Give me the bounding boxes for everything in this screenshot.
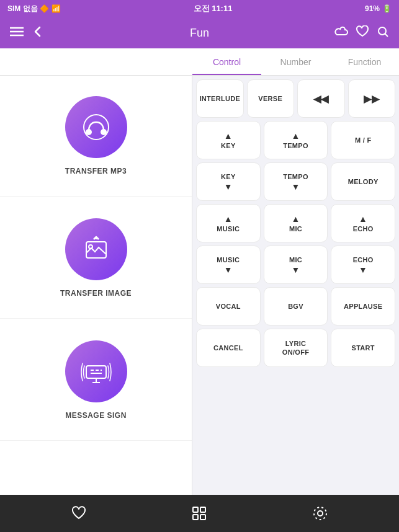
bottom-bar — [0, 495, 399, 532]
btn-start[interactable]: START — [331, 329, 395, 367]
image-label: TRANSFER IMAGE — [60, 289, 132, 298]
btn-tempo-up[interactable]: ▲ TEMPO — [264, 121, 328, 159]
control-row-2: ▲ KEY ▲ TEMPO M / F — [196, 121, 395, 159]
rewind-icon: ◀◀ — [313, 93, 329, 105]
control-row-3: KEY ▼ TEMPO ▼ MELODY — [196, 162, 395, 201]
device-card-sign[interactable]: MESSAGE SIGN — [0, 320, 192, 441]
mp3-icon-circle — [65, 96, 127, 158]
svg-rect-18 — [200, 507, 205, 512]
right-panel: INTERLUDE VERSE ◀◀ ▶▶ ▲ KEY ▲ TEMPO — [192, 76, 399, 495]
key-down-arrow: ▼ — [224, 182, 233, 191]
control-row-5: MUSIC ▼ MIC ▼ ECHO ▼ — [196, 246, 395, 284]
btn-key-up[interactable]: ▲ KEY — [196, 121, 261, 159]
status-time: 오전 11:11 — [194, 3, 233, 14]
carrier-label: SIM 없음 🔶 — [7, 4, 49, 14]
battery-icon: 🔋 — [382, 4, 392, 13]
btn-music-up[interactable]: ▲ MUSIC — [196, 204, 261, 242]
status-right: 91% 🔋 — [365, 4, 392, 13]
btn-cancel[interactable]: CANCEL — [196, 329, 261, 367]
btn-melody[interactable]: MELODY — [331, 162, 395, 201]
btn-mic-down[interactable]: MIC ▼ — [264, 246, 328, 284]
tab-number[interactable]: Number — [261, 48, 330, 75]
key-up-arrow: ▲ — [224, 131, 233, 140]
sign-icon-circle — [65, 340, 127, 402]
tab-function[interactable]: Function — [330, 48, 399, 75]
control-row-7: CANCEL LYRICON/OFF START — [196, 329, 395, 367]
status-bar: SIM 없음 🔶 📶 오전 11:11 91% 🔋 — [0, 0, 399, 17]
svg-rect-19 — [193, 515, 198, 520]
control-row-1: INTERLUDE VERSE ◀◀ ▶▶ — [196, 79, 395, 118]
btn-mf[interactable]: M / F — [331, 121, 395, 159]
btn-interlude[interactable]: INTERLUDE — [196, 79, 244, 118]
bottom-icon-heart[interactable] — [66, 501, 91, 526]
svg-line-4 — [385, 33, 388, 37]
status-left: SIM 없음 🔶 📶 — [7, 4, 61, 14]
main-content: TRANSFER MP3 TRANSFER IMAGE — [0, 76, 399, 495]
btn-applause[interactable]: APPLAUSE — [331, 287, 395, 326]
btn-vocal[interactable]: VOCAL — [196, 287, 261, 326]
menu-icon[interactable] — [10, 26, 24, 40]
btn-verse[interactable]: VERSE — [247, 79, 295, 118]
music-up-arrow: ▲ — [224, 215, 233, 223]
svg-point-5 — [84, 115, 109, 140]
echo-up-arrow: ▲ — [359, 215, 367, 223]
tab-control[interactable]: Control — [192, 48, 261, 75]
btn-echo-up[interactable]: ▲ ECHO — [331, 204, 395, 242]
svg-point-21 — [318, 511, 323, 516]
header-title: Fun — [190, 27, 209, 40]
btn-echo-down[interactable]: ECHO ▼ — [331, 246, 395, 284]
back-icon[interactable] — [32, 26, 43, 40]
image-icon-circle — [65, 218, 127, 280]
svg-rect-17 — [193, 507, 198, 512]
mic-up-arrow: ▲ — [291, 215, 300, 223]
device-card-mp3[interactable]: TRANSFER MP3 — [0, 76, 192, 197]
btn-fastforward[interactable]: ▶▶ — [348, 79, 396, 118]
svg-rect-10 — [86, 366, 106, 378]
device-card-image[interactable]: TRANSFER IMAGE — [0, 198, 192, 319]
mp3-label: TRANSFER MP3 — [65, 167, 127, 175]
btn-bgv[interactable]: BGV — [264, 287, 328, 326]
svg-point-9 — [89, 245, 92, 249]
control-row-4: ▲ MUSIC ▲ MIC ▲ ECHO — [196, 204, 395, 242]
search-icon[interactable] — [377, 25, 389, 41]
battery-label: 91% — [365, 4, 380, 13]
svg-point-22 — [314, 507, 326, 520]
header-left-icons — [10, 26, 43, 40]
mic-down-arrow: ▼ — [291, 265, 300, 274]
header: Fun — [0, 17, 399, 48]
btn-lyric[interactable]: LYRICON/OFF — [264, 329, 328, 367]
btn-rewind[interactable]: ◀◀ — [297, 79, 345, 118]
tabs-bar: Control Number Function — [0, 48, 399, 76]
left-panel: TRANSFER MP3 TRANSFER IMAGE — [0, 76, 192, 495]
echo-down-arrow: ▼ — [359, 265, 367, 274]
ff-icon: ▶▶ — [364, 93, 379, 105]
control-row-6: VOCAL BGV APPLAUSE — [196, 287, 395, 326]
btn-music-down[interactable]: MUSIC ▼ — [196, 246, 261, 284]
cloud-icon[interactable] — [333, 26, 348, 40]
tempo-down-arrow: ▼ — [291, 182, 300, 191]
svg-rect-20 — [200, 515, 205, 520]
svg-point-3 — [379, 27, 386, 35]
header-right-icons — [333, 25, 389, 41]
btn-tempo-down[interactable]: TEMPO ▼ — [264, 162, 328, 201]
wifi-icon: 📶 — [52, 4, 61, 13]
sign-label: MESSAGE SIGN — [65, 411, 127, 420]
bottom-icon-grid[interactable] — [187, 501, 212, 526]
tempo-up-arrow: ▲ — [291, 131, 300, 140]
music-down-arrow: ▼ — [224, 265, 233, 274]
btn-mic-up[interactable]: ▲ MIC — [264, 204, 328, 242]
bottom-icon-settings[interactable] — [308, 501, 333, 526]
btn-key-down[interactable]: KEY ▼ — [196, 162, 261, 201]
heart-icon[interactable] — [356, 25, 369, 41]
